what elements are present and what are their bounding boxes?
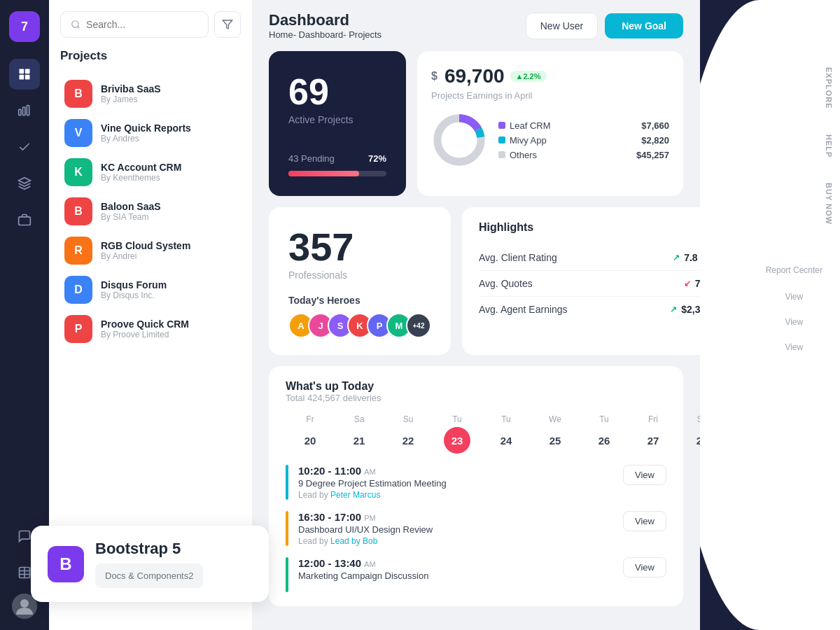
calendar-header: What's up Today Total 424,567 deliveries [286, 380, 666, 403]
view-button-3[interactable]: View [757, 337, 832, 357]
event-lead: Lead by Peter Marcus [298, 490, 613, 500]
day-column[interactable]: We 25 [531, 414, 580, 454]
day-number[interactable]: 28 [689, 427, 700, 454]
page-title: Dashboard [269, 11, 382, 29]
day-number[interactable]: 25 [542, 427, 568, 454]
view-button-2[interactable]: View [757, 312, 832, 332]
day-number[interactable]: 27 [640, 427, 666, 454]
event-view-button[interactable]: View [623, 465, 666, 485]
trend-up-icon: ↗ [670, 304, 677, 314]
new-goal-button[interactable]: New Goal [605, 13, 683, 38]
day-column[interactable]: Tu 23 [433, 414, 482, 454]
project-logo: R [64, 237, 92, 265]
right-panel: Report Cecnter View View View ExploreHel… [700, 0, 840, 630]
svg-marker-17 [223, 20, 232, 29]
legend-item: Mivy App [498, 135, 625, 146]
highlight-value: ↗ 7.8 10 [673, 252, 700, 263]
project-name: KC Account CRM [101, 162, 181, 173]
search-bar[interactable] [60, 11, 209, 38]
pending-count: 43 Pending [288, 153, 335, 164]
day-name: Fr [306, 414, 314, 424]
side-tab[interactable]: Explore [818, 56, 840, 120]
day-column[interactable]: Su 22 [384, 414, 433, 454]
svg-rect-0 [20, 69, 24, 74]
legend-value: $7,660 [641, 120, 669, 131]
day-number[interactable]: 24 [493, 427, 519, 454]
legend-value: $45,257 [636, 150, 669, 160]
event-list: 10:20 - 11:00 AM 9 Degree Project Estima… [286, 465, 666, 592]
stats-cards-row: 357 Professionals Today's Heroes AJSKPM+… [269, 207, 683, 355]
project-logo: B [64, 80, 92, 108]
project-item[interactable]: P Proove Quick CRM By Proove Limited [60, 309, 241, 349]
earnings-badge: ▲2.2% [510, 71, 547, 82]
new-user-button[interactable]: New User [526, 13, 598, 39]
project-info: Briviba SaaS By James [101, 83, 161, 104]
professionals-count: 357 [288, 224, 431, 270]
project-by: By Proove Limited [101, 330, 189, 340]
day-column[interactable]: Sa 21 [335, 414, 384, 454]
event-name: 9 Degree Project Estimation Meeting [298, 478, 613, 489]
nav-icon-grid[interactable] [9, 59, 40, 90]
search-input[interactable] [86, 19, 198, 30]
event-lead-link[interactable]: Lead by Bob [330, 536, 377, 546]
day-column[interactable]: Fr 20 [286, 414, 335, 454]
side-tab[interactable]: Buy now [818, 172, 840, 236]
day-column[interactable]: Tu 24 [482, 414, 531, 454]
project-item[interactable]: V Vine Quick Reports By Andres [60, 113, 241, 153]
project-info: Baloon SaaS By SIA Team [101, 201, 161, 222]
nav-avatar[interactable]: 7 [9, 11, 40, 42]
day-number[interactable]: 23 [444, 427, 470, 454]
event-lead-link[interactable]: Peter Marcus [330, 490, 380, 500]
project-by: By Disqus Inc. [101, 290, 167, 300]
day-column[interactable]: Fri 27 [629, 414, 678, 454]
earnings-card: $ 69,700 ▲2.2% Projects Earnings in Apri… [417, 51, 683, 196]
progress-pct: 72% [368, 153, 386, 164]
day-number[interactable]: 26 [591, 427, 617, 454]
view-button-1[interactable]: View [757, 287, 832, 307]
project-by: By Keenthemes [101, 173, 181, 183]
project-item[interactable]: D Disqus Forum By Disqus Inc. [60, 270, 241, 309]
svg-point-14 [20, 599, 29, 608]
project-by: By Andres [101, 134, 191, 144]
project-item[interactable]: R RGB Cloud System By Andrei [60, 231, 241, 270]
svg-point-15 [72, 21, 78, 27]
svg-rect-5 [23, 107, 25, 115]
side-tab[interactable]: Help [818, 123, 840, 169]
heroes-row: Today's Heroes AJSKPM+42 [288, 295, 431, 338]
report-center-button[interactable]: Report Cecnter [757, 259, 832, 281]
nav-icon-briefcase[interactable] [9, 204, 40, 235]
nav-icon-chart[interactable] [9, 95, 40, 126]
day-number[interactable]: 20 [297, 427, 323, 454]
nav-icon-check[interactable] [9, 132, 40, 162]
legend-dot [498, 151, 505, 158]
day-column[interactable]: Sa 28 [678, 414, 700, 454]
docs-bar[interactable]: Docs & Components 2 [95, 564, 203, 588]
avatar-circle[interactable]: +42 [406, 313, 431, 338]
event-view-button[interactable]: View [623, 511, 666, 531]
legend-item: Leaf CRM [498, 120, 625, 131]
event-view-button[interactable]: View [623, 557, 666, 578]
nav-icon-layers[interactable] [9, 168, 40, 199]
event-item: 10:20 - 11:00 AM 9 Degree Project Estima… [286, 465, 666, 500]
project-item[interactable]: B Briviba SaaS By James [60, 74, 241, 113]
day-number[interactable]: 21 [346, 427, 372, 454]
project-item[interactable]: K KC Account CRM By Keenthemes [60, 153, 241, 192]
project-logo: V [64, 119, 92, 147]
event-content: 12:00 - 13:40 AM Marketing Campaign Disc… [298, 557, 613, 581]
project-logo: D [64, 276, 92, 304]
professionals-card: 357 Professionals Today's Heroes AJSKPM+… [269, 207, 451, 355]
day-column[interactable]: Tu 26 [580, 414, 629, 454]
svg-rect-1 [25, 69, 30, 74]
project-item[interactable]: B Baloon SaaS By SIA Team [60, 192, 241, 231]
earnings-amount: 69,700 [444, 65, 505, 88]
project-info: Vine Quick Reports By Andres [101, 122, 191, 144]
day-number[interactable]: 22 [395, 427, 421, 454]
trend-up-icon: ↗ [673, 253, 680, 262]
top-bar: Dashboard Home- Dashboard- Projects New … [269, 11, 683, 40]
event-time: 12:00 - 13:40 AM [298, 557, 613, 569]
highlight-item: Avg. Client Rating ↗ 7.8 10 [479, 245, 700, 271]
progress-bar-bg [288, 171, 386, 176]
project-name: Vine Quick Reports [101, 122, 191, 134]
svg-rect-2 [20, 75, 24, 80]
filter-button[interactable] [214, 11, 241, 38]
